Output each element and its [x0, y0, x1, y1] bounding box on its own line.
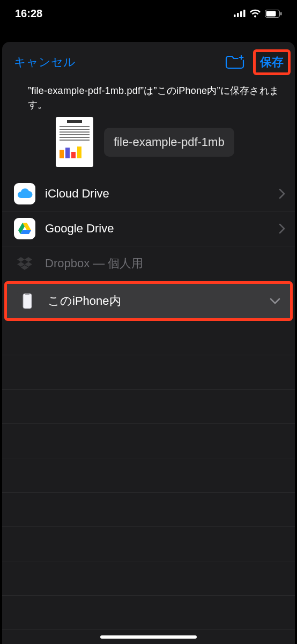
- svg-rect-8: [23, 294, 32, 309]
- battery-icon: [265, 10, 282, 18]
- svg-rect-1: [237, 13, 239, 17]
- google-drive-icon: [14, 218, 35, 239]
- list-item: [2, 355, 295, 390]
- status-bar: 16:28: [0, 0, 297, 27]
- location-icloud-drive[interactable]: iCloud Drive: [2, 177, 295, 211]
- list-item: [2, 493, 295, 527]
- sheet-header: キャンセル 保存: [2, 42, 295, 83]
- status-time: 16:28: [15, 8, 42, 20]
- list-item: [2, 527, 295, 561]
- filename-field[interactable]: file-example-pdf-1mb: [104, 128, 234, 157]
- svg-rect-3: [243, 10, 246, 17]
- new-folder-button[interactable]: [223, 52, 247, 73]
- file-preview-row: file-example-pdf-1mb: [2, 117, 295, 177]
- svg-rect-0: [234, 14, 236, 17]
- cancel-button[interactable]: キャンセル: [14, 54, 76, 70]
- location-iphone-highlight: このiPhone内: [4, 281, 293, 321]
- wifi-icon: [249, 9, 261, 18]
- location-google-drive[interactable]: Google Drive: [2, 211, 295, 246]
- svg-rect-5: [266, 11, 276, 16]
- file-thumbnail: [56, 117, 93, 167]
- location-label: Google Drive: [45, 222, 269, 236]
- list-item: [2, 458, 295, 493]
- location-label: iCloud Drive: [45, 187, 269, 201]
- chevron-right-icon: [279, 188, 285, 199]
- location-dropbox: Dropbox — 個人用: [2, 246, 295, 281]
- svg-rect-9: [25, 294, 29, 295]
- iphone-icon: [17, 290, 38, 312]
- save-button-highlight: 保存: [253, 49, 291, 75]
- list-item: [2, 596, 295, 630]
- list-item: [2, 424, 295, 458]
- list-item: [2, 561, 295, 596]
- icloud-icon: [14, 183, 35, 204]
- location-label: このiPhone内: [48, 293, 260, 309]
- chevron-right-icon: [279, 223, 285, 234]
- list-item: [2, 390, 295, 424]
- save-button[interactable]: 保存: [260, 54, 284, 70]
- save-sheet: キャンセル 保存 ”file-example-pdf-1mb.pdf”は”このi…: [2, 42, 295, 644]
- location-label: Dropbox — 個人用: [45, 255, 285, 272]
- list-item: [2, 321, 295, 355]
- chevron-down-icon: [270, 298, 280, 304]
- dropbox-icon: [14, 253, 35, 274]
- svg-rect-2: [240, 11, 242, 17]
- new-folder-icon: [225, 54, 244, 69]
- location-list: iCloud Drive Google Drive Dropbox — 個人用 …: [2, 177, 295, 630]
- status-right-icons: [234, 9, 282, 18]
- location-on-my-iphone[interactable]: このiPhone内: [7, 284, 290, 318]
- home-indicator[interactable]: [100, 635, 197, 639]
- cellular-icon: [234, 10, 246, 17]
- save-location-description: ”file-example-pdf-1mb.pdf”は”このiPhone内”に保…: [2, 83, 295, 117]
- svg-rect-6: [280, 12, 282, 15]
